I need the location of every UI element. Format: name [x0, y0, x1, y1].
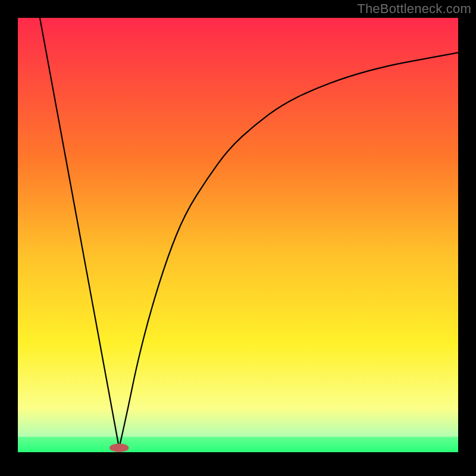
watermark-label: TheBottleneck.com — [357, 1, 471, 17]
plot-area — [18, 18, 458, 452]
chart-svg — [18, 18, 458, 452]
chart-frame: TheBottleneck.com — [0, 0, 476, 476]
minimum-marker — [109, 443, 129, 452]
green-baseline-band — [18, 437, 458, 452]
background-gradient — [18, 18, 458, 452]
